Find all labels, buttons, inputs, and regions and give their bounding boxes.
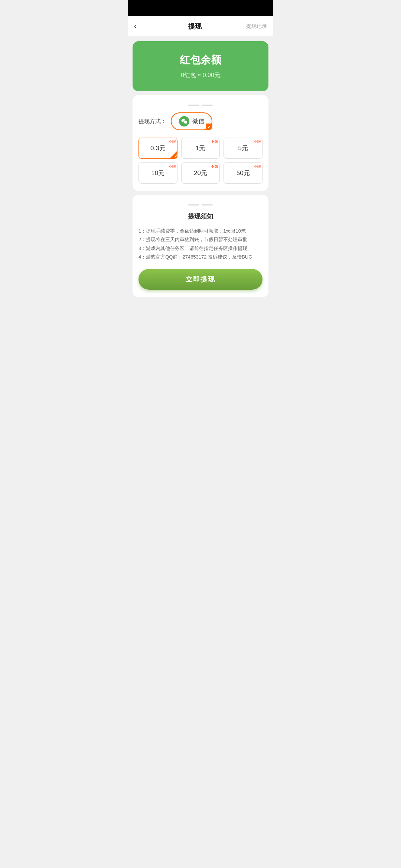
wechat-option[interactable]: 微信	[171, 112, 212, 130]
wechat-icon	[179, 116, 189, 126]
balance-amount: 0红包 ≈ 0.00元	[140, 72, 261, 79]
amount-value-3: 10元	[151, 170, 164, 177]
notice-card: 提现须知 1：提现手续费零，金额达到即可领取，1天限10笔 2：提现将在三天内审…	[133, 195, 268, 297]
header: ‹ 提现 提现记录	[128, 16, 273, 37]
notice-item-3: 3：游戏内其他任务区，请前往指定任务区操作提现	[138, 244, 263, 253]
amount-btn-4[interactable]: 不限 20元	[181, 162, 220, 184]
payment-method-name: 微信	[192, 118, 204, 125]
amount-value-5: 50元	[237, 170, 250, 177]
notice-item-2: 2：提现将在三天内审核到账，节假日暂不处理审批	[138, 235, 263, 244]
amount-btn-3[interactable]: 不限 10元	[138, 162, 177, 184]
amount-btn-5[interactable]: 不限 50元	[224, 162, 263, 184]
amount-value-4: 20元	[194, 170, 207, 177]
back-button[interactable]: ‹	[134, 22, 149, 31]
check-corner-0	[170, 151, 177, 158]
payment-selected-check	[206, 124, 212, 130]
amount-badge-4: 不限	[211, 164, 218, 169]
amount-btn-0[interactable]: 不限 0.3元	[138, 138, 177, 159]
payment-row: 提现方式： 微信	[138, 112, 263, 130]
notice-list: 1：提现手续费零，金额达到即可领取，1天限10笔 2：提现将在三天内审核到账，节…	[138, 227, 263, 262]
status-bar	[128, 0, 273, 16]
amount-badge-1: 不限	[211, 139, 218, 144]
divider	[138, 102, 263, 106]
amount-badge-3: 不限	[169, 164, 176, 169]
payment-card: 提现方式： 微信 不限 0.3元 不限 1元 不限 5元	[133, 95, 268, 191]
amount-badge-5: 不限	[254, 164, 261, 169]
notice-title: 提现须知	[138, 212, 263, 221]
bottom-space	[128, 302, 273, 316]
amount-btn-1[interactable]: 不限 1元	[181, 138, 220, 159]
amount-badge-2: 不限	[254, 139, 261, 144]
page-title: 提现	[188, 22, 202, 31]
amount-value-2: 5元	[238, 145, 248, 152]
withdraw-button[interactable]: 立即提现	[138, 269, 263, 290]
balance-card: 红包余额 0红包 ≈ 0.00元	[133, 41, 268, 91]
amount-value-1: 1元	[196, 145, 205, 152]
history-link[interactable]: 提现记录	[241, 23, 267, 30]
amount-grid: 不限 0.3元 不限 1元 不限 5元 不限 10元 不限 20元 不限 50元	[138, 138, 263, 184]
amount-btn-2[interactable]: 不限 5元	[224, 138, 263, 159]
amount-badge-0: 不限	[169, 139, 176, 144]
notice-item-4: 4：游戏官方QQ群：274653172 投诉建议，反馈BUG	[138, 253, 263, 261]
notice-item-1: 1：提现手续费零，金额达到即可领取，1天限10笔	[138, 227, 263, 235]
balance-title: 红包余额	[140, 53, 261, 67]
payment-label: 提现方式：	[138, 118, 166, 125]
notice-divider	[138, 202, 263, 206]
amount-value-0: 0.3元	[150, 145, 166, 152]
